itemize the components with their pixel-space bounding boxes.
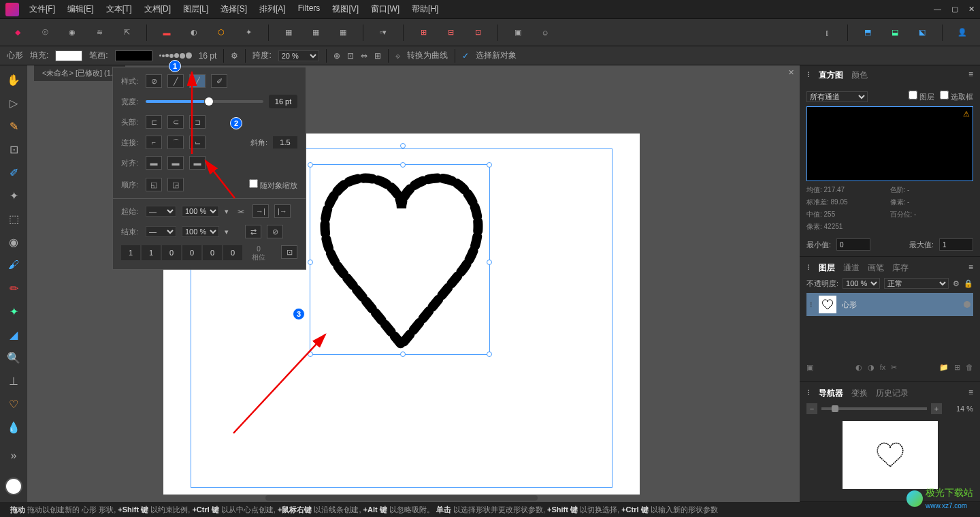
menu-file[interactable]: 文件[F] [29,3,55,15]
liquify-persona-icon[interactable]: ⦾ [37,25,52,40]
dash-input-5[interactable]: 0 [223,245,242,260]
tab-navigator[interactable]: 导航器 [819,388,843,399]
fx-icon[interactable]: ◐ [855,363,862,372]
flip-h-icon[interactable]: ⇔ [361,51,368,61]
blend-mode-select[interactable]: 正常 [884,278,949,289]
adjust-icon[interactable]: ◐ [186,25,201,40]
join-bevel-button[interactable]: ⌙ [189,136,206,149]
start-percent-select[interactable]: 100 % [182,206,219,217]
join-miter-button[interactable]: ⌐ [146,136,162,149]
color-wheel-icon[interactable]: ⬡ [214,25,229,40]
zoom-in-button[interactable]: + [931,403,942,414]
add-icon[interactable]: ⊞ [954,363,960,372]
start-place-in-button[interactable]: →| [252,204,269,218]
adjust-icon[interactable]: ◑ [868,363,875,372]
blur-tool-icon[interactable]: 🔍 [5,349,22,366]
align-inside-button[interactable]: ▬ [167,156,184,170]
align-1-icon[interactable]: ⊞ [416,25,431,40]
layer-checkbox[interactable]: 图层 [909,91,934,102]
dash-input-1[interactable]: 1 [142,245,161,260]
gear-icon[interactable]: ⚙ [953,279,960,288]
menu-layer[interactable]: 图层[L] [183,3,208,15]
miter-input[interactable] [273,136,297,148]
style-solid-button[interactable]: ╱ [167,74,184,88]
zoom-value[interactable]: 14 % [946,405,973,413]
align-outside-button[interactable]: ▬ [189,156,206,170]
grid-2-icon[interactable]: ▦ [308,25,323,40]
gear-icon[interactable]: ⚙ [231,51,238,61]
panel-menu-icon[interactable]: ⫶ [806,69,811,81]
develop-persona-icon[interactable]: ◉ [65,25,80,40]
menu-document[interactable]: 文档[D] [144,3,171,15]
dash-input-2[interactable]: 0 [162,245,181,260]
brush-tool-icon[interactable]: ✐ [5,163,22,181]
menu-view[interactable]: 视图[V] [332,3,359,15]
minimize-icon[interactable]: — [934,5,941,14]
max-input[interactable] [939,238,973,251]
shape-tool-icon[interactable]: ♡ [5,395,22,413]
menu-text[interactable]: 文本[T] [106,3,132,15]
heal-tool-icon[interactable]: ✦ [5,302,22,320]
end-percent-select[interactable]: 100 % [182,226,219,237]
visibility-icon[interactable] [964,301,970,308]
crop-tool-icon[interactable]: ⊡ [5,140,22,158]
document-tab[interactable]: <未命名> [已修改] (1... ✕ [34,65,125,81]
zoom-out-button[interactable]: − [806,403,817,414]
align-v-icon[interactable]: ⊡ [347,51,354,61]
zoom-slider[interactable] [821,407,927,410]
tone-persona-icon[interactable]: ≋ [92,25,107,40]
stroke-swatch[interactable] [115,50,152,61]
chevron-down-icon[interactable]: ▾ [225,207,229,216]
stroke-preview[interactable] [159,52,192,59]
tab-channels[interactable]: 通道 [843,262,860,274]
flood-tool-icon[interactable]: ◉ [5,233,22,251]
arrange-icon[interactable]: ⫿ [820,25,835,40]
menu-edit[interactable]: 编辑[E] [67,3,94,15]
end-arrow-select[interactable]: — [146,226,176,237]
dash-preset-button[interactable]: ⊡ [281,245,297,259]
convert-icon[interactable]: ⟐ [395,51,400,61]
menu-filters[interactable]: Filters [298,3,321,15]
order-front-button[interactable]: ◲ [167,178,184,191]
fill-swatch[interactable] [55,50,82,61]
selection-checkbox[interactable]: 选取框 [940,91,973,102]
convert-curve-button[interactable]: 转换为曲线 [407,50,448,61]
menu-select[interactable]: 选择[S] [220,3,247,15]
align-3-icon[interactable]: ⊡ [470,25,485,40]
tab-stock[interactable]: 库存 [892,262,909,274]
clone-tool-icon[interactable]: ◢ [5,326,22,343]
grid-1-icon[interactable]: ▦ [281,25,296,40]
panel-menu-icon[interactable]: ⫶ [806,262,811,274]
end-swap-button[interactable]: ⇄ [245,225,261,238]
delete-icon[interactable]: 🗑 [966,363,973,372]
check-icon[interactable]: ✓ [462,51,469,61]
move-mid-icon[interactable]: ⬓ [887,25,902,40]
color-selector[interactable] [5,477,22,495]
select-new-label[interactable]: 选择新对象 [476,50,517,61]
photo-persona-icon[interactable]: ◆ [10,25,25,40]
menu-window[interactable]: 窗口[W] [371,3,399,15]
style-dash-button[interactable]: ╱ [189,74,206,88]
paint-tool-icon[interactable]: 🖌 [5,256,22,274]
maximize-icon[interactable]: ▢ [951,5,958,14]
export-persona-icon[interactable]: ⇱ [119,25,134,40]
account-icon[interactable]: 👤 [955,25,970,40]
min-input[interactable] [836,238,870,251]
chevron-down-icon[interactable]: ▾ [225,228,229,236]
panel-options-icon[interactable]: ≡ [968,69,973,81]
heart-shape[interactable] [313,168,490,358]
align-h-icon[interactable]: ⊕ [333,51,340,61]
start-arrow-select[interactable]: — [146,206,176,217]
width-slider[interactable] [146,100,263,103]
align-2-icon[interactable]: ⊟ [443,25,458,40]
tab-transform[interactable]: 变换 [851,388,868,399]
start-place-out-button[interactable]: |→ [274,204,291,218]
end-reset-button[interactable]: ⊘ [267,225,283,238]
move-front-icon[interactable]: ⬕ [915,25,930,40]
tab-histogram[interactable]: 直方图 [819,69,843,81]
menu-arrange[interactable]: 排列[A] [259,3,286,15]
tab-color[interactable]: 颜色 [851,69,868,81]
tab-history[interactable]: 历史记录 [876,388,909,399]
navigator-preview[interactable] [843,421,938,489]
pen-tool-icon[interactable]: ✎ [5,117,22,135]
